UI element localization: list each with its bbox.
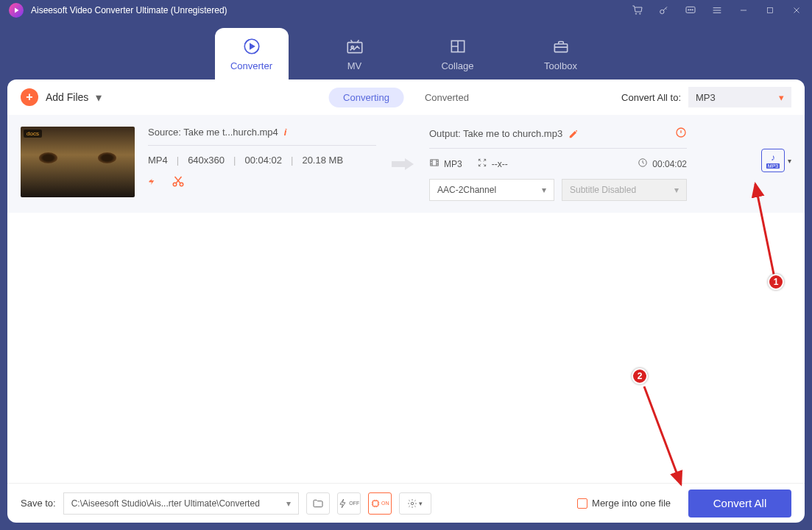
- svg-point-2: [688, 10, 689, 10]
- chevron-down-icon[interactable]: ▾: [788, 157, 791, 165]
- bottom-bar: Save to: C:\Aiseesoft Studio\Ais...rter …: [7, 483, 805, 523]
- chevron-down-icon: ▾: [674, 185, 679, 195]
- output-duration: 00:04:02: [652, 159, 687, 169]
- svg-point-3: [690, 10, 691, 10]
- svg-rect-14: [431, 160, 439, 166]
- callout-2: 2: [632, 368, 648, 384]
- checkbox-icon: [577, 498, 587, 509]
- source-format: MP4: [148, 155, 168, 166]
- edit-icon[interactable]: [568, 129, 579, 139]
- menu-icon[interactable]: [710, 4, 724, 17]
- convert-all-to-value: MP3: [696, 92, 716, 103]
- settings-button[interactable]: ▾: [399, 492, 431, 515]
- convert-all-to-label: Convert All to:: [621, 92, 681, 103]
- tab-label: Toolbox: [544, 60, 577, 71]
- svg-point-0: [660, 10, 664, 13]
- tab-converter[interactable]: Converter: [215, 28, 289, 80]
- add-files-label: Add Files: [46, 91, 88, 103]
- output-format-button[interactable]: ♪MP3: [761, 149, 785, 172]
- source-duration: 00:04:02: [244, 155, 282, 166]
- converter-icon: [242, 37, 261, 56]
- mv-icon: [345, 37, 364, 56]
- app-logo: [9, 3, 24, 18]
- svg-point-4: [692, 10, 693, 10]
- clock-icon: [638, 158, 648, 170]
- svg-point-17: [411, 502, 414, 505]
- tab-mv[interactable]: MV: [318, 28, 392, 80]
- info-icon[interactable]: i: [284, 127, 287, 138]
- subtab-converting[interactable]: Converting: [328, 88, 404, 107]
- toolbox-icon: [551, 37, 571, 56]
- output-format: MP3: [444, 159, 462, 169]
- tab-toolbox[interactable]: Toolbox: [524, 28, 598, 80]
- collage-icon: [448, 37, 467, 56]
- close-icon[interactable]: [790, 4, 803, 17]
- source-label: Source: Take me t...hurch.mp4: [148, 127, 278, 138]
- svg-rect-7: [347, 42, 362, 52]
- compress-icon[interactable]: [148, 174, 161, 188]
- svg-rect-16: [373, 501, 378, 506]
- save-path-value: C:\Aiseesoft Studio\Ais...rter Ultimate\…: [71, 498, 260, 509]
- lightning-off-button[interactable]: OFF: [337, 492, 361, 515]
- tab-label: MV: [347, 60, 362, 71]
- chevron-down-icon: ▾: [286, 498, 291, 509]
- tab-label: Collage: [441, 60, 473, 71]
- app-title: Aiseesoft Video Converter Ultimate (Unre…: [31, 5, 227, 15]
- feedback-icon[interactable]: [684, 4, 697, 17]
- hardware-accel-button[interactable]: ON: [368, 492, 392, 515]
- chevron-down-icon: ▾: [779, 92, 784, 103]
- mp3-icon: ♪MP3: [761, 149, 785, 172]
- callout-1: 1: [768, 274, 784, 290]
- merge-label: Merge into one file: [592, 498, 671, 509]
- output-label: Output: Take me to church.mp3: [429, 128, 562, 139]
- toolbar: + Add Files ▾ Converting Converted Conve…: [7, 80, 805, 115]
- key-icon[interactable]: [657, 4, 671, 17]
- audio-select[interactable]: AAC-2Channel▾: [429, 179, 554, 201]
- save-path-select[interactable]: C:\Aiseesoft Studio\Ais...rter Ultimate\…: [63, 492, 299, 515]
- maximize-icon[interactable]: [763, 4, 777, 17]
- file-item: docs Source: Take me t...hurch.mp4 i MP4…: [7, 115, 805, 213]
- subtab-converted[interactable]: Converted: [410, 88, 484, 107]
- chevron-down-icon: ▾: [542, 185, 546, 195]
- plus-icon: +: [21, 88, 38, 106]
- arrow-icon: [389, 157, 416, 172]
- chevron-down-icon: ▾: [96, 91, 102, 105]
- cart-icon[interactable]: [631, 4, 644, 17]
- source-resolution: 640x360: [188, 155, 225, 166]
- cut-icon[interactable]: [172, 174, 185, 188]
- tab-collage[interactable]: Collage: [421, 28, 495, 80]
- main-tabs: Converter MV Collage Toolbox: [0, 21, 812, 80]
- merge-checkbox[interactable]: Merge into one file: [577, 498, 671, 509]
- convert-all-to-select[interactable]: MP3 ▾: [688, 87, 791, 107]
- content-panel: + Add Files ▾ Converting Converted Conve…: [7, 80, 805, 523]
- output-resolution: --x--: [492, 159, 508, 169]
- film-icon: [429, 158, 439, 170]
- resolution-icon: [477, 158, 487, 170]
- save-to-label: Save to:: [21, 498, 56, 509]
- titlebar: Aiseesoft Video Converter Ultimate (Unre…: [0, 0, 812, 21]
- open-folder-button[interactable]: [306, 492, 330, 515]
- subtitle-select[interactable]: Subtitle Disabled▾: [562, 179, 687, 201]
- svg-rect-5: [768, 8, 773, 13]
- minimize-icon[interactable]: [737, 4, 750, 17]
- warning-icon[interactable]: [675, 127, 687, 141]
- video-thumbnail[interactable]: docs: [21, 127, 135, 197]
- source-size: 20.18 MB: [302, 155, 343, 166]
- convert-all-button[interactable]: Convert All: [688, 490, 791, 517]
- svg-rect-10: [554, 43, 567, 52]
- add-files-button[interactable]: + Add Files ▾: [21, 88, 102, 106]
- tab-label: Converter: [230, 60, 272, 71]
